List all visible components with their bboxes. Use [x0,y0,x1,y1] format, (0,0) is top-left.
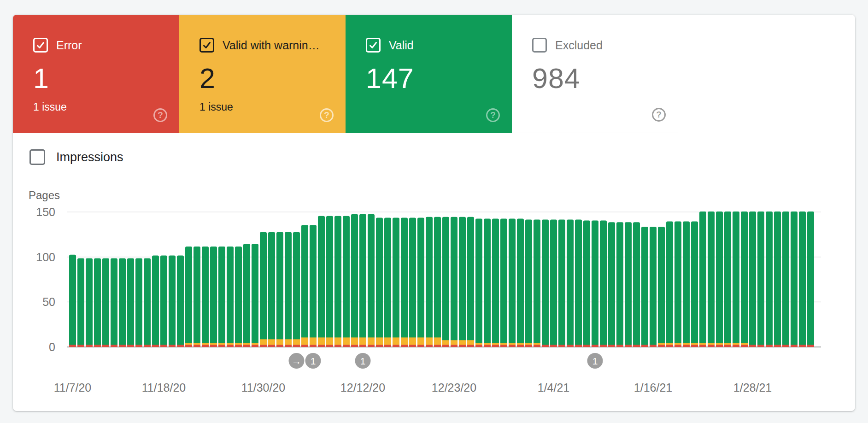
bar[interactable]: 11/23/20 [202,247,209,347]
bar[interactable]: 1/16/21 [650,227,657,347]
bar[interactable]: 11/20/20 [177,256,184,347]
bar[interactable]: 2/4/21 [807,212,814,347]
bar[interactable]: 12/14/20 [376,218,383,347]
bar[interactable]: 12/8/20 [326,216,333,347]
bar[interactable]: 1/27/21 [741,212,748,347]
bar[interactable]: 12/1/20 [268,232,275,347]
bar[interactable]: 11/17/20 [152,256,159,347]
bar[interactable]: 1/21/21 [691,221,698,347]
bar[interactable]: 2/2/21 [791,212,798,347]
bar[interactable]: 1/1/21 [525,219,532,347]
bar[interactable]: 11/28/20 [243,244,250,347]
impressions-checkbox[interactable] [29,149,45,165]
bar[interactable]: 1/26/21 [733,212,739,347]
bar[interactable]: 1/11/21 [608,222,615,347]
bar[interactable]: 12/3/20 [285,232,292,347]
bar[interactable]: 12/31/20 [517,219,524,347]
error-checkbox[interactable] [33,38,48,53]
bar[interactable]: 12/13/20 [368,214,375,347]
bar[interactable]: 12/28/20 [492,219,499,347]
bar[interactable]: 12/15/20 [384,218,391,347]
bar[interactable]: 1/14/21 [633,222,640,347]
bar[interactable]: 11/8/20 [77,258,84,347]
bar[interactable]: 1/22/21 [699,212,706,347]
annotation-marker[interactable]: → [289,353,305,369]
help-icon[interactable]: ? [486,108,500,122]
bar[interactable]: 12/4/20 [293,232,300,347]
bar[interactable]: 12/20/20 [426,217,433,347]
bar[interactable]: 12/19/20 [417,218,424,347]
bar[interactable]: 1/12/21 [616,222,623,347]
bar[interactable]: 12/21/20 [434,217,441,347]
bar[interactable]: 11/14/20 [127,258,134,347]
bar[interactable]: 1/31/21 [774,212,781,347]
bar[interactable]: 11/16/20 [144,258,151,347]
bar[interactable]: 11/12/20 [111,258,117,347]
bar[interactable]: 1/2/21 [534,219,540,347]
bar[interactable]: 11/18/20 [160,256,167,347]
bar[interactable]: 12/2/20 [276,232,283,347]
bar[interactable]: 1/23/21 [708,212,715,347]
bar[interactable]: 11/15/20 [135,258,142,347]
bar[interactable]: 11/30/20 [260,232,267,347]
bar[interactable]: 12/5/20 [301,225,308,347]
bar[interactable]: 11/10/20 [94,258,101,347]
bar[interactable]: 12/27/20 [484,219,491,347]
bar[interactable]: 12/26/20 [475,219,482,347]
bar[interactable]: 12/25/20 [467,217,474,347]
bar[interactable]: 1/13/21 [625,222,632,347]
bar[interactable]: 2/1/21 [782,212,789,347]
bar[interactable]: 2/3/21 [799,212,806,347]
impressions-toggle[interactable]: Impressions [29,149,855,165]
bar[interactable]: 12/22/20 [442,217,449,347]
help-icon[interactable]: ? [652,108,666,122]
status-card-error[interactable]: Error 1 1 issue ? [13,15,179,133]
help-icon[interactable]: ? [153,108,167,122]
bar[interactable]: 11/11/20 [102,258,109,347]
bar[interactable]: 11/22/20 [194,247,200,347]
bar[interactable]: 1/8/21 [583,220,590,347]
bar[interactable]: 1/9/21 [592,220,598,347]
bar[interactable]: 12/9/20 [334,216,341,347]
help-icon[interactable]: ? [320,108,334,122]
annotation-marker[interactable]: 1 [305,353,321,369]
bar[interactable]: 11/24/20 [210,247,217,347]
bar[interactable]: 1/5/21 [558,219,565,347]
bar[interactable]: 1/19/21 [674,221,681,347]
excluded-checkbox[interactable] [532,38,547,53]
bar[interactable]: 11/9/20 [86,258,93,347]
status-card-excluded[interactable]: Excluded 984 ? [512,15,678,133]
bar[interactable]: 1/18/21 [666,221,673,347]
bar[interactable]: 1/25/21 [724,212,731,347]
status-card-valid-with-warnings[interactable]: Valid with warnin… 2 1 issue ? [179,15,346,133]
status-card-valid[interactable]: Valid 147 ? [346,15,512,133]
bar[interactable]: 11/19/20 [169,256,176,347]
bar[interactable]: 1/4/21 [550,219,557,347]
bar[interactable]: 1/10/21 [600,220,607,347]
bar[interactable]: 12/24/20 [459,217,466,347]
bar[interactable]: 11/29/20 [252,244,258,347]
bar[interactable]: 12/12/20 [359,214,366,347]
bar[interactable]: 1/3/21 [542,219,549,347]
bar[interactable]: 12/17/20 [401,218,408,347]
bar[interactable]: 1/17/21 [658,227,665,347]
valid-checkbox[interactable] [366,38,381,53]
bar[interactable]: 11/7/20 [69,255,76,347]
bar[interactable]: 1/7/21 [575,219,582,347]
bar[interactable]: 11/21/20 [185,247,192,347]
annotation-marker[interactable]: 1 [587,353,603,369]
bar[interactable]: 1/24/21 [716,212,723,347]
bar[interactable]: 1/30/21 [766,212,773,347]
bar[interactable]: 12/23/20 [451,217,457,347]
bar[interactable]: 1/6/21 [567,219,574,347]
bar[interactable]: 12/16/20 [393,218,399,347]
bar[interactable]: 12/7/20 [318,216,325,347]
bar[interactable]: 1/20/21 [683,221,690,347]
bar[interactable]: 11/27/20 [235,247,242,347]
bar[interactable]: 12/29/20 [500,219,507,347]
bar[interactable]: 1/15/21 [641,227,648,347]
bar[interactable]: 11/25/20 [218,247,225,347]
bar[interactable]: 12/11/20 [351,214,358,347]
bar[interactable]: 11/13/20 [119,258,126,347]
bar[interactable]: 12/18/20 [409,218,416,347]
